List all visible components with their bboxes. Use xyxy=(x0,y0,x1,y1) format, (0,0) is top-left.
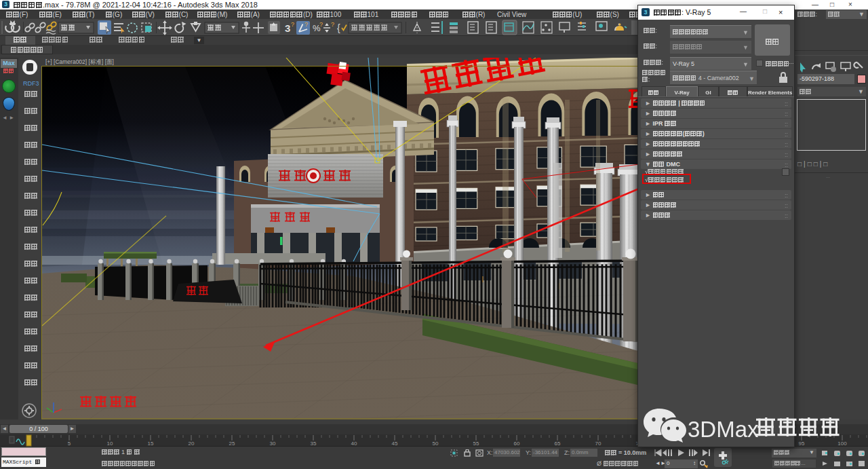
svg-text:35: 35 xyxy=(311,440,317,447)
svg-text:?: ? xyxy=(319,21,323,28)
svg-text:?: ? xyxy=(291,21,294,28)
svg-text:15: 15 xyxy=(148,440,154,447)
svg-text:55: 55 xyxy=(473,440,479,447)
svg-text:25: 25 xyxy=(229,440,235,447)
svg-text:3DMax: 3DMax xyxy=(688,417,759,442)
svg-text:{: { xyxy=(337,22,340,33)
svg-text:65: 65 xyxy=(555,440,561,447)
svg-text:45: 45 xyxy=(392,440,398,447)
svg-text:60: 60 xyxy=(514,440,520,447)
svg-text:20: 20 xyxy=(189,440,195,447)
svg-text:?: ? xyxy=(331,21,334,28)
svg-text:40: 40 xyxy=(351,440,357,447)
svg-text:[+] [Camera002] [标准] [面]: [+] [Camera002] [标准] [面] xyxy=(45,58,114,65)
svg-text:50: 50 xyxy=(433,440,439,447)
svg-text:70: 70 xyxy=(595,440,601,447)
svg-text:10: 10 xyxy=(107,440,113,447)
svg-text:?: ? xyxy=(304,21,308,28)
svg-text:30: 30 xyxy=(270,440,276,447)
svg-text:5: 5 xyxy=(68,440,71,447)
svg-text:3: 3 xyxy=(285,22,290,34)
